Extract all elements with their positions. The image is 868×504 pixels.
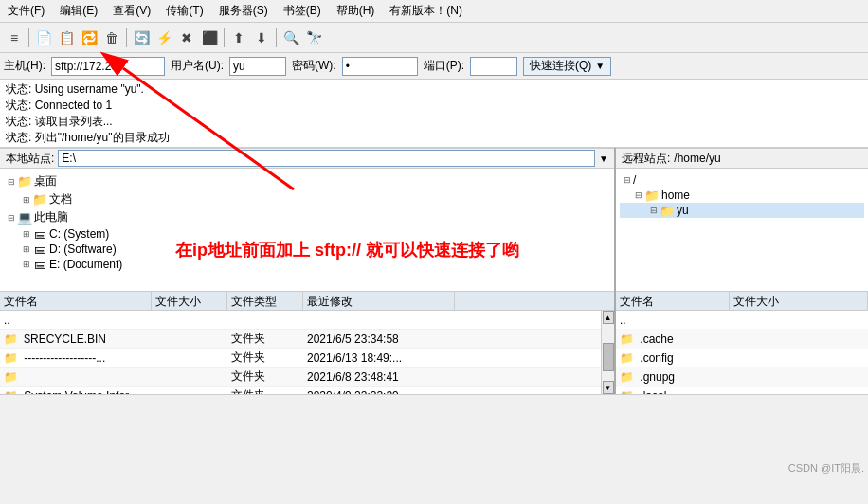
remote-row-cache[interactable]: 📁 .cache: [616, 330, 868, 349]
tree-item-mypc[interactable]: ⊟ 💻 此电脑: [4, 208, 610, 226]
filelist-cell-mod-0: [303, 319, 455, 321]
menu-server[interactable]: 服务器(S): [215, 2, 272, 20]
remote-tree-item-yu[interactable]: ⊟ 📁 yu: [620, 203, 864, 218]
toolbar-btn-search[interactable]: 🔍: [280, 27, 301, 48]
toolbar-btn-5[interactable]: ⚡: [154, 27, 174, 48]
toolbar-btn-newsite[interactable]: 📄: [33, 27, 54, 48]
folder-icon-remote-home: 📁: [644, 189, 660, 202]
col-header-modified[interactable]: 最近修改: [303, 292, 455, 310]
local-path-input[interactable]: [58, 150, 595, 167]
expand-doc-icon[interactable]: ⊞: [23, 195, 30, 205]
expand-d-icon[interactable]: ⊞: [23, 244, 30, 254]
toolbar-btn-1[interactable]: ≡: [4, 27, 25, 48]
remote-cell-name-0: ..: [616, 313, 730, 328]
host-input[interactable]: [51, 57, 165, 76]
status-line-3: 状态: 读取目录列表...: [6, 114, 862, 130]
toolbar-btn-4[interactable]: 🗑: [101, 27, 122, 48]
tree-item-drive-d[interactable]: ⊞ 🖴 D: (Software): [4, 242, 610, 257]
tree-item-drive-c[interactable]: ⊞ 🖴 C: (System): [4, 226, 610, 242]
filelist-row-sysvolume[interactable]: 📁 System Volume Inform... 文件夹 2020/4/9 2…: [0, 387, 601, 394]
filelist-row-recycle[interactable]: 📁 $RECYCLE.BIN 文件夹 2021/6/5 23:34:58: [0, 330, 601, 349]
folder-icon-recycle: 📁: [4, 333, 18, 346]
quickconn-button[interactable]: 快速连接(Q) ▼: [523, 57, 611, 76]
menu-edit[interactable]: 编辑(E): [56, 2, 101, 20]
menu-view[interactable]: 查看(V): [109, 2, 154, 20]
toolbar-btn-8[interactable]: ⬇: [251, 27, 272, 48]
tree-item-desktop[interactable]: ⊟ 📁 桌面: [4, 172, 610, 190]
filelist-row-dash[interactable]: 📁 -------------------... 文件夹 2021/6/13 1…: [0, 349, 601, 368]
scroll-down-btn[interactable]: ▼: [603, 381, 614, 394]
toolbar-btn-refresh[interactable]: 🔄: [131, 27, 152, 48]
filelist-row-blank[interactable]: 📁 文件夹 2021/6/8 23:48:41: [0, 368, 601, 387]
remote-station-path: /home/yu: [674, 152, 720, 165]
expand-mypc-icon[interactable]: ⊟: [8, 213, 15, 223]
expand-yu-icon[interactable]: ⊟: [650, 206, 658, 215]
pass-input[interactable]: [342, 57, 418, 76]
rcol-header-size[interactable]: 文件大小: [730, 292, 868, 310]
expand-e-icon[interactable]: ⊞: [23, 260, 30, 269]
remote-row-local[interactable]: 📁 .local: [616, 387, 868, 394]
filelist-cell-mod-4: 2020/4/9 22:33:29: [303, 388, 455, 395]
filelist-row-dotdot[interactable]: ..: [0, 311, 601, 330]
expand-c-icon[interactable]: ⊞: [23, 229, 30, 239]
filelist-cell-type-2: 文件夹: [227, 349, 303, 367]
folder-icon-docs: 📁: [32, 193, 47, 207]
tree-label-d: D: (Software): [49, 243, 117, 256]
folder-icon-config: 📁: [620, 351, 634, 365]
col-header-type[interactable]: 文件类型: [227, 292, 303, 310]
menu-transfer[interactable]: 传输(T): [162, 2, 207, 20]
tree-item-drive-e[interactable]: ⊞ 🖴 E: (Document): [4, 257, 610, 272]
remote-row-config[interactable]: 📁 .config: [616, 349, 868, 368]
remote-cell-size-0: [730, 319, 868, 321]
remote-cell-name-1: 📁 .cache: [616, 332, 730, 347]
user-input[interactable]: [229, 57, 286, 76]
toolbar-btn-6[interactable]: ⬛: [199, 27, 220, 48]
menu-newversion[interactable]: 有新版本！(N): [386, 2, 466, 20]
toolbar-btn-7[interactable]: ⬆: [228, 27, 249, 48]
toolbar-btn-cancel[interactable]: ✖: [176, 27, 197, 48]
scroll-up-btn[interactable]: ▲: [603, 311, 614, 324]
remote-cell-size-3: [730, 376, 868, 378]
remote-row-dotdot[interactable]: ..: [616, 311, 868, 330]
local-filelist: 文件名 文件大小 文件类型 最近修改 .. 📁: [0, 292, 614, 394]
toolbar-btn-2[interactable]: 📋: [56, 27, 77, 48]
toolbar-btn-binoculars[interactable]: 🔭: [303, 27, 324, 48]
status-line-2: 状态: Connected to 1: [6, 98, 862, 114]
remote-filelist: 文件名 文件大小 .. 📁 .cache 📁: [616, 292, 868, 394]
local-path-dropdown-icon[interactable]: ▼: [599, 153, 608, 164]
user-label: 用户名(U):: [171, 58, 224, 74]
filelist-cell-type-3: 文件夹: [227, 368, 303, 386]
menu-file[interactable]: 文件(F): [4, 2, 48, 20]
filelist-cell-type-0: [227, 319, 303, 321]
port-input[interactable]: [470, 57, 517, 76]
filelist-cell-name-3: 📁: [0, 369, 152, 385]
scroll-thumb[interactable]: [603, 343, 614, 371]
filelist-cell-size-3: [152, 376, 227, 378]
addressbar: 主机(H): 用户名(U): 密码(W): 端口(P): 快速连接(Q) ▼: [0, 53, 868, 80]
remote-row-gnupg[interactable]: 📁 .gnupg: [616, 368, 868, 387]
tree-item-documents[interactable]: ⊞ 📁 文档: [4, 190, 610, 208]
local-filelist-body: .. 📁 $RECYCLE.BIN 文件夹 2021/6/5 23:34:58: [0, 311, 614, 394]
toolbar-btn-3[interactable]: 🔁: [79, 27, 99, 48]
remote-tree-item-root[interactable]: ⊟ /: [620, 172, 864, 188]
remote-filelist-body: .. 📁 .cache 📁 .config: [616, 311, 868, 394]
local-tree: ⊟ 📁 桌面 ⊞ 📁 文档 ⊟ 💻 此电脑 ⊞ 🖴 C: (System): [0, 169, 614, 292]
menu-bookmark[interactable]: 书签(B): [280, 2, 325, 20]
rcol-header-name[interactable]: 文件名: [616, 292, 730, 310]
col-header-name[interactable]: 文件名: [0, 292, 152, 310]
quickconn-dropdown-icon[interactable]: ▼: [595, 61, 605, 71]
expand-root-icon[interactable]: ⊟: [624, 175, 631, 185]
col-header-size[interactable]: 文件大小: [152, 292, 227, 310]
filelist-cell-mod-1: 2021/6/5 23:34:58: [303, 332, 455, 347]
expand-desktop-icon[interactable]: ⊟: [8, 177, 15, 187]
remote-tree-item-home[interactable]: ⊟ 📁 home: [620, 188, 864, 203]
toolbar-sep-1: [28, 28, 29, 47]
filelist-cell-name-0: ..: [0, 313, 152, 328]
tree-label-desktop: 桌面: [34, 173, 57, 189]
menubar: 文件(F) 编辑(E) 查看(V) 传输(T) 服务器(S) 书签(B) 帮助(…: [0, 0, 868, 23]
remote-cell-name-4: 📁 .local: [616, 388, 730, 395]
local-scrollbar[interactable]: ▲ ▼: [601, 311, 614, 394]
menu-help[interactable]: 帮助(H): [333, 2, 379, 20]
expand-home-icon[interactable]: ⊟: [635, 190, 642, 200]
folder-icon-dash: 📁: [4, 351, 18, 365]
